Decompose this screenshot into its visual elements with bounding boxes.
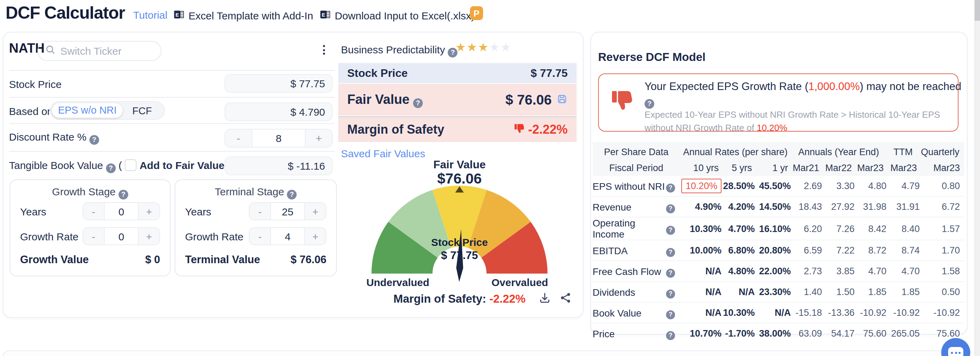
stock-price-input[interactable]: $ 77.75 (224, 74, 332, 93)
decrement-button[interactable]: - (83, 228, 105, 245)
col-fiscal-period: Fiscal Period (593, 159, 680, 176)
save-icon[interactable] (557, 92, 568, 108)
table-cell: 8.42 (854, 217, 886, 240)
eps-value-input[interactable]: $ 4.790 (224, 103, 332, 121)
table-row: Price10.70%-1.70%38.00%63.0954.1775.6026… (593, 323, 964, 343)
table-group-header-row: Per Share Data Annual Rates (per share) … (593, 142, 964, 159)
table-cell: 7.22 (822, 240, 854, 261)
help-icon[interactable] (666, 183, 675, 192)
table-cell: 2.69 (791, 176, 822, 196)
table-cell: -10.92 (886, 302, 920, 323)
more-options-icon[interactable] (317, 42, 331, 57)
decrement-button[interactable]: - (83, 203, 105, 219)
table-row: DividendsN/AN/A23.30%1.401.501.851.850.5… (593, 281, 964, 302)
table-cell: 6.20 (791, 217, 822, 240)
toggle-option-eps[interactable]: EPS w/o NRI (52, 103, 123, 118)
table-cell: 1.85 (854, 281, 886, 302)
table-cell: 4.80% (721, 261, 755, 281)
col-group-ttm: TTM (886, 142, 920, 159)
gauge-fair-value-label: Fair Value (390, 159, 529, 171)
table-cell: 4.90% (680, 196, 721, 217)
help-icon[interactable] (666, 310, 675, 319)
table-cell: N/A (680, 281, 721, 302)
summary-fair-value: $ 76.06 (506, 92, 552, 108)
growth-rate-stepper: - 0 + (83, 227, 160, 245)
download-chart-icon[interactable] (539, 292, 551, 307)
help-icon[interactable] (666, 226, 675, 235)
scrollbar-track[interactable] (974, 0, 980, 356)
terminal-years-stepper: - 25 + (249, 202, 326, 220)
decrement-button[interactable]: - (250, 228, 271, 245)
help-icon[interactable] (666, 248, 675, 257)
table-cell: 4.20% (721, 196, 755, 217)
growth-rate-label: Growth Rate (20, 230, 78, 242)
table-cell: 1.40 (791, 281, 822, 302)
table-cell: 28.50% (721, 176, 755, 196)
help-icon[interactable] (89, 135, 99, 145)
increment-button[interactable]: + (138, 203, 159, 219)
toggle-option-fcf[interactable]: FCF (123, 105, 161, 116)
undervalued-label: Undervalued (356, 277, 439, 288)
warning-detail: Expected 10-Year EPS without NRI Growth … (644, 109, 952, 135)
table-cell: 6.72 (920, 196, 964, 217)
help-icon[interactable] (666, 289, 675, 298)
growth-years-stepper: - 0 + (83, 202, 160, 220)
summary-margin-value: -2.22% (528, 122, 568, 137)
share-icon[interactable] (559, 292, 572, 307)
help-icon[interactable] (666, 331, 675, 340)
table-cell: 6.59 (791, 240, 822, 261)
table-cell: N/A (721, 281, 755, 302)
growth-years-value[interactable]: 0 (105, 203, 138, 219)
terminal-rate-value[interactable]: 4 (271, 228, 304, 245)
excel-template-link[interactable]: E Excel Template with Add-In (173, 9, 313, 22)
decrement-button[interactable]: - (225, 130, 252, 147)
increment-button[interactable]: + (304, 228, 326, 245)
highlighted-rate: 10.20% (681, 179, 721, 193)
terminal-years-value[interactable]: 25 (271, 203, 304, 219)
table-cell: 8.72 (854, 240, 886, 261)
increment-button[interactable]: + (138, 228, 159, 245)
table-cell: 3.30 (822, 176, 854, 196)
tutorial-link[interactable]: Tutorial (133, 9, 167, 21)
help-icon[interactable] (413, 98, 423, 108)
table-cell: 1.85 (886, 281, 920, 302)
row-label: Dividends (593, 281, 666, 302)
based-on-toggle[interactable]: EPS w/o NRI FCF (50, 101, 165, 120)
help-icon[interactable] (287, 190, 297, 199)
table-cell: 10.20% (680, 176, 721, 196)
tangible-book-value-label: Tangible Book Value ( Add to Fair Value … (9, 159, 231, 173)
scrollbar-thumb[interactable] (974, 0, 980, 21)
row-label: Operating Income (593, 217, 666, 240)
help-icon[interactable] (106, 164, 116, 173)
help-icon[interactable] (644, 99, 654, 109)
tangible-book-value-input[interactable]: $ -11.16 (224, 157, 332, 175)
table-cell: 1.58 (920, 261, 964, 281)
table-cell: 4.79 (886, 176, 920, 196)
thumbs-down-icon (610, 88, 635, 116)
search-input[interactable]: Switch Ticker (37, 41, 161, 61)
row-label: Book Value (593, 302, 666, 323)
saved-fair-values-link[interactable]: Saved Fair Values (341, 148, 425, 159)
svg-text:E: E (321, 12, 325, 17)
increment-button[interactable]: + (305, 130, 332, 147)
star-icon: ★ (455, 41, 466, 53)
help-icon[interactable] (666, 204, 675, 213)
decrement-button[interactable]: - (250, 203, 271, 219)
search-icon (45, 44, 56, 57)
table-cell: 8.74 (886, 240, 920, 261)
download-excel-link[interactable]: E Download Input to Excel(.xlsx) (320, 9, 475, 22)
increment-button[interactable]: + (304, 203, 326, 219)
table-row: Operating Income10.30%4.70%16.10%6.207.2… (593, 217, 964, 240)
help-icon[interactable] (119, 190, 128, 199)
add-to-fair-value-checkbox[interactable] (125, 159, 137, 171)
growth-rate-value[interactable]: 0 (105, 228, 138, 245)
stock-price-label: Stock Price (9, 78, 62, 90)
help-icon[interactable] (666, 269, 675, 277)
discount-rate-value[interactable]: 8 (252, 130, 305, 147)
row-label: Revenue (593, 196, 666, 217)
checkbox-label: Add to Fair Value (140, 159, 224, 171)
terminal-value: $ 76.06 (291, 253, 326, 266)
table-cell: 6.80% (721, 240, 755, 261)
table-cell: 1.50 (822, 281, 854, 302)
table-cell: 63.09 (791, 323, 822, 343)
